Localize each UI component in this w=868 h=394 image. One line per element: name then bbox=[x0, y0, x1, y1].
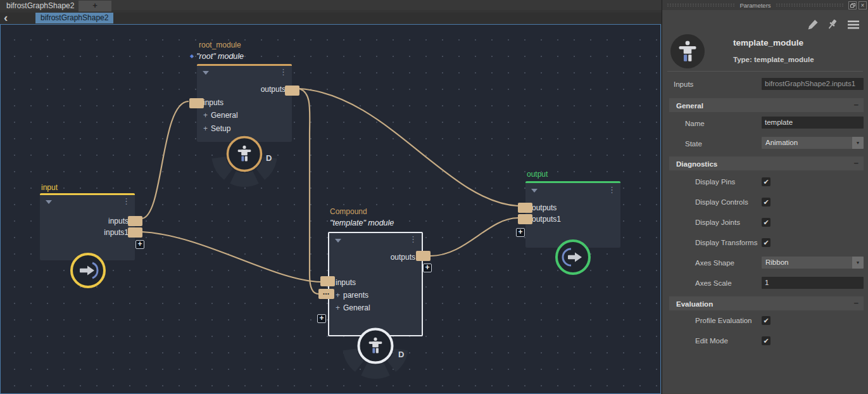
selected-node-type: Type: template_module bbox=[733, 56, 814, 63]
profile-evaluation-label: Profile Evaluation bbox=[695, 317, 752, 324]
axes-scale-input[interactable]: 1 bbox=[762, 277, 864, 289]
wire-root-to-output[interactable] bbox=[299, 89, 518, 206]
state-label: State bbox=[685, 140, 702, 148]
tab-bar: bifrostGraphShape2× + bbox=[0, 0, 662, 11]
port-parents-multi[interactable]: ••• bbox=[318, 289, 334, 299]
node-header: ⋮ bbox=[525, 186, 620, 198]
port-row-inputs1: inputs1 bbox=[40, 226, 135, 239]
section-general[interactable]: General − bbox=[669, 98, 864, 112]
inputs-value-field[interactable]: bifrostGraphShape2.inputs1 bbox=[762, 78, 864, 90]
edit-pencil-icon[interactable] bbox=[806, 18, 820, 32]
back-button[interactable]: ‹ bbox=[4, 11, 8, 24]
port-row-outputs1: outputs1 bbox=[525, 213, 620, 226]
pin-icon[interactable] bbox=[825, 18, 839, 32]
output-node-badge[interactable] bbox=[550, 234, 596, 281]
collapse-triangle-icon[interactable] bbox=[335, 239, 341, 243]
restore-window-button[interactable] bbox=[848, 1, 857, 10]
panel-title: Parameters bbox=[739, 2, 771, 9]
section-evaluation[interactable]: Evaluation − bbox=[669, 296, 864, 310]
node-header: ⋮ bbox=[40, 197, 135, 210]
add-port-button[interactable]: + bbox=[516, 228, 525, 237]
port-row-outputs: outputs bbox=[329, 251, 422, 264]
node-header: ⋮ bbox=[329, 235, 422, 248]
kebab-menu-icon[interactable]: ⋮ bbox=[608, 186, 616, 194]
compound-node-badge[interactable]: D bbox=[334, 321, 417, 390]
expander-parents[interactable]: +parents bbox=[329, 289, 422, 302]
expand-plus-icon: + bbox=[203, 111, 208, 120]
expander-general[interactable]: +General bbox=[197, 109, 292, 122]
port-row-inputs: inputs bbox=[40, 215, 135, 227]
display-pins-label: Display Pins bbox=[695, 178, 735, 186]
port-inputs[interactable] bbox=[320, 276, 335, 286]
parameters-panel: Parameters × template_modu bbox=[662, 0, 868, 394]
port-outputs[interactable] bbox=[285, 86, 299, 96]
display-controls-checkbox[interactable]: ✔ bbox=[762, 198, 771, 207]
wire-input1-to-compound[interactable] bbox=[142, 232, 320, 282]
name-input[interactable]: template bbox=[762, 117, 864, 129]
wire-compound-to-output1[interactable] bbox=[431, 218, 518, 256]
kebab-menu-icon[interactable]: ⋮ bbox=[409, 235, 417, 244]
compound-node-subtitle: "template" module bbox=[330, 219, 394, 227]
port-outputs[interactable] bbox=[416, 251, 431, 261]
add-port-button[interactable]: + bbox=[135, 240, 144, 249]
kebab-menu-icon[interactable]: ⋮ bbox=[122, 197, 130, 206]
display-transforms-checkbox[interactable]: ✔ bbox=[762, 238, 771, 247]
input-node-badge[interactable] bbox=[65, 247, 111, 294]
diamond-icon: ◆ bbox=[190, 53, 194, 59]
collapse-icon[interactable]: − bbox=[853, 156, 859, 170]
expand-plus-icon: + bbox=[336, 303, 340, 312]
node-header: ⋮ bbox=[197, 66, 292, 79]
add-output-button[interactable]: + bbox=[423, 264, 432, 272]
expander-general[interactable]: +General bbox=[329, 302, 422, 314]
kebab-menu-icon[interactable]: ⋮ bbox=[279, 68, 287, 77]
collapse-triangle-icon[interactable] bbox=[203, 71, 209, 75]
panel-titlebar[interactable]: Parameters × bbox=[662, 0, 868, 10]
wire-root-to-compound-parents[interactable] bbox=[299, 89, 318, 294]
port-inputs[interactable] bbox=[189, 98, 204, 108]
close-panel-button[interactable]: × bbox=[859, 1, 867, 10]
port-row-outputs: outputs bbox=[197, 83, 292, 96]
port-row-inputs: inputs bbox=[197, 96, 292, 109]
port-outputs1[interactable] bbox=[518, 214, 532, 224]
profile-evaluation-checkbox[interactable]: ✔ bbox=[762, 316, 771, 325]
new-tab-button[interactable]: + bbox=[79, 1, 111, 11]
badge-letter: D bbox=[398, 350, 404, 359]
root-module-title: root_module bbox=[199, 41, 241, 49]
port-outputs[interactable] bbox=[518, 203, 532, 213]
divider bbox=[667, 71, 863, 72]
person-icon bbox=[678, 41, 697, 62]
collapse-triangle-icon[interactable] bbox=[531, 189, 538, 193]
display-joints-checkbox[interactable]: ✔ bbox=[762, 218, 771, 227]
port-inputs1[interactable] bbox=[128, 227, 142, 238]
compound-node-title: Compound bbox=[330, 207, 367, 216]
display-transforms-label: Display Transforms bbox=[695, 239, 757, 246]
axes-shape-dropdown[interactable]: Ribbon ▼ bbox=[762, 257, 864, 269]
badge-letter: D bbox=[266, 153, 272, 163]
axes-scale-label: Axes Scale bbox=[695, 279, 732, 287]
collapse-triangle-icon[interactable] bbox=[46, 200, 52, 204]
display-pins-checkbox[interactable]: ✔ bbox=[762, 177, 771, 186]
port-row-inputs: inputs bbox=[329, 276, 422, 289]
state-dropdown[interactable]: Animation ▼ bbox=[762, 137, 864, 149]
edit-mode-checkbox[interactable]: ✔ bbox=[762, 336, 771, 345]
wire-input-to-root[interactable] bbox=[142, 101, 189, 219]
add-input-button[interactable]: + bbox=[317, 314, 326, 323]
dropdown-arrow-icon[interactable]: ▼ bbox=[852, 257, 864, 269]
hamburger-menu-icon[interactable] bbox=[846, 18, 860, 32]
inputs-label: Inputs bbox=[674, 80, 693, 88]
output-node-title: output bbox=[527, 170, 548, 179]
tab-bifrostgraphshape2[interactable]: bifrostGraphShape2× bbox=[3, 0, 86, 11]
port-inputs[interactable] bbox=[128, 216, 142, 226]
collapse-icon[interactable]: − bbox=[853, 98, 859, 112]
root-module-subtitle: ◆"root" module bbox=[190, 52, 244, 61]
grip-texture bbox=[776, 3, 844, 7]
axes-shape-label: Axes Shape bbox=[695, 259, 734, 267]
section-diagnostics[interactable]: Diagnostics − bbox=[669, 156, 864, 170]
expand-plus-icon: + bbox=[336, 291, 340, 300]
bifrost-graph-editor: bifrostGraphShape2× + ‹ bifrostGraphShap… bbox=[0, 0, 868, 394]
breadcrumb[interactable]: bifrostGraphShape2 bbox=[35, 13, 113, 23]
dropdown-arrow-icon[interactable]: ▼ bbox=[852, 137, 864, 149]
graph-canvas[interactable]: root_module ◆"root" module ⋮ outputs inp… bbox=[0, 24, 661, 394]
collapse-icon[interactable]: − bbox=[853, 296, 859, 310]
root-module-badge[interactable]: D bbox=[203, 129, 286, 192]
